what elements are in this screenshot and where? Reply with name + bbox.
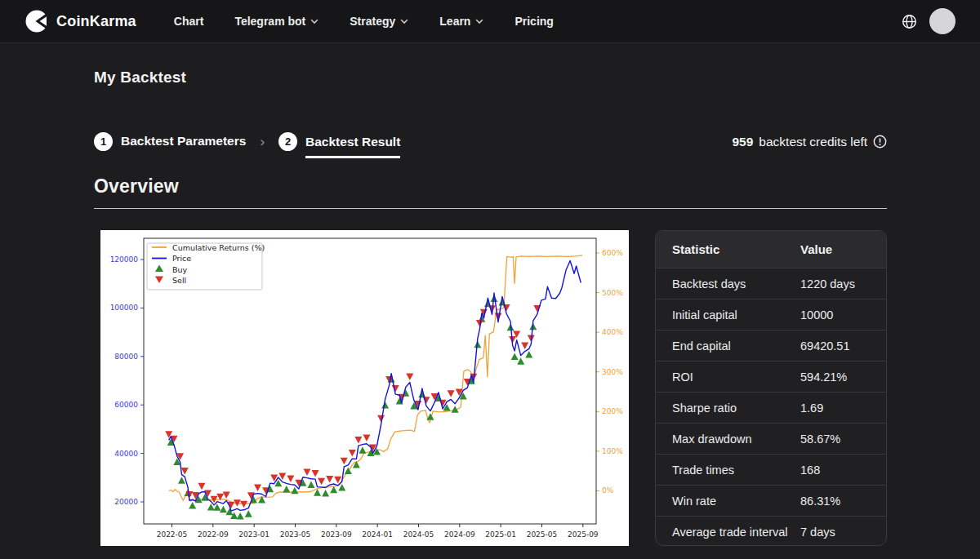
chevron-down-icon	[400, 19, 408, 24]
stats-row-sharpe-ratio: Sharpe ratio1.69	[656, 392, 886, 423]
stat-value: 594.21%	[800, 370, 886, 384]
brand[interactable]: CoinKarma	[24, 9, 136, 33]
y-axis-right-tick-label: 600%	[602, 249, 623, 257]
section-title-overview: Overview	[94, 175, 887, 197]
chevron-down-icon	[475, 19, 483, 24]
brand-name: CoinKarma	[56, 13, 136, 30]
stat-value: 58.67%	[800, 433, 886, 446]
y-axis-right-tick-label: 500%	[602, 289, 623, 297]
nav-link-pricing[interactable]: Pricing	[514, 15, 553, 28]
stats-header-value: Value	[800, 242, 886, 256]
stats-table-body: Backtest days1220 daysInitial capital100…	[656, 268, 886, 546]
stats-table-header: Statistic Value	[656, 231, 886, 268]
stats-header-statistic: Statistic	[656, 242, 800, 256]
stat-label: Backtest days	[656, 277, 800, 291]
y-axis-right-tick-label: 400%	[602, 328, 623, 336]
y-axis-left-tick-label: 60000	[114, 401, 138, 409]
chevron-down-icon	[310, 19, 318, 24]
stat-label: Initial capital	[656, 308, 800, 322]
nav-link-label: Learn	[439, 15, 470, 28]
stat-value: 86.31%	[800, 495, 886, 508]
nav-link-label: Chart	[174, 15, 204, 28]
nav-link-chart[interactable]: Chart	[174, 15, 204, 28]
step-backtest-parameters[interactable]: 1 Backtest Parameters	[94, 132, 246, 151]
stats-table: Statistic Value Backtest days1220 daysIn…	[655, 230, 887, 546]
stepper-row: 1 Backtest Parameters › 2 Backtest Resul…	[94, 132, 887, 151]
nav-link-strategy[interactable]: Strategy	[350, 15, 408, 28]
nav-link-telegram-bot[interactable]: Telegram bot	[234, 15, 318, 28]
stat-label: Average trade interval	[656, 526, 800, 539]
step-separator-chevron-icon: ›	[260, 134, 265, 150]
stats-row-average-trade-interval: Average trade interval7 days	[656, 516, 886, 546]
x-axis-tick-label: 2023-01	[238, 530, 270, 539]
y-axis-right-tick-label: 0%	[602, 486, 614, 495]
y-axis-left-tick-label: 80000	[114, 353, 138, 361]
stat-value: 7 days	[800, 526, 886, 539]
legend-label: Cumulative Returns (%)	[172, 243, 265, 252]
nav-link-learn[interactable]: Learn	[439, 15, 483, 28]
x-axis-tick-label: 2022-05	[157, 530, 188, 539]
x-axis-tick-label: 2024-01	[362, 530, 393, 539]
nav-link-label: Strategy	[350, 15, 395, 28]
x-axis-tick-label: 2024-09	[444, 530, 475, 539]
backtest-chart-svg: 2022-052022-092023-012023-052023-092024-…	[100, 230, 629, 546]
user-avatar[interactable]	[929, 8, 956, 34]
x-axis-tick-label: 2023-09	[321, 530, 352, 539]
y-axis-left-tick-label: 120000	[110, 255, 139, 264]
stat-value: 1.69	[800, 402, 886, 415]
navbar: CoinKarma ChartTelegram botStrategyLearn…	[0, 0, 980, 43]
stats-row-roi: ROI594.21%	[656, 361, 886, 392]
stats-row-initial-capital: Initial capital10000	[656, 299, 886, 330]
stats-row-backtest-days: Backtest days1220 days	[656, 268, 886, 299]
legend-label: Price	[172, 254, 191, 263]
language-globe-icon[interactable]	[902, 14, 917, 29]
nav-links: ChartTelegram botStrategyLearnPricing	[174, 15, 554, 28]
step-2-number: 2	[278, 132, 297, 151]
x-axis-tick-label: 2025-01	[485, 530, 516, 539]
stat-label: Win rate	[656, 495, 800, 508]
stat-label: Max drawdown	[656, 433, 800, 446]
credits-label: backtest credits left	[759, 135, 867, 149]
stat-value: 168	[800, 464, 886, 477]
overview-content: 2022-052022-092023-012023-052023-092024-…	[94, 230, 887, 546]
stats-row-trade-times: Trade times168	[656, 454, 886, 485]
nav-link-label: Pricing	[514, 15, 553, 28]
backtest-page: My Backtest 1 Backtest Parameters › 2 Ba…	[0, 69, 980, 546]
stat-label: Trade times	[656, 464, 800, 477]
stat-label: End capital	[656, 339, 800, 353]
step-1-number: 1	[94, 132, 113, 151]
x-axis-tick-label: 2025-05	[527, 530, 558, 539]
stat-value: 10000	[800, 308, 886, 322]
y-axis-right-tick-label: 200%	[602, 407, 623, 415]
stat-label: ROI	[656, 370, 800, 384]
navbar-right	[902, 8, 956, 34]
step-2-label: Backtest Result	[305, 135, 400, 158]
stat-value: 69420.51	[800, 339, 886, 353]
y-axis-left-tick-label: 20000	[114, 498, 138, 506]
section-divider	[94, 208, 887, 209]
page-title: My Backtest	[94, 69, 887, 87]
stats-row-max-drawdown: Max drawdown58.67%	[656, 423, 886, 454]
info-icon[interactable]	[873, 135, 887, 149]
credits-count: 959	[732, 135, 753, 149]
backtest-chart: 2022-052022-092023-012023-052023-092024-…	[100, 230, 629, 546]
x-axis-tick-label: 2025-09	[568, 530, 599, 539]
nav-link-label: Telegram bot	[234, 15, 305, 28]
y-axis-right-tick-label: 300%	[602, 368, 623, 376]
y-axis-left-tick-label: 100000	[110, 304, 139, 312]
x-axis-tick-label: 2024-05	[403, 530, 434, 539]
stat-value: 1220 days	[800, 277, 886, 291]
step-1-label: Backtest Parameters	[121, 134, 246, 150]
stats-row-end-capital: End capital69420.51	[656, 330, 886, 361]
stats-row-win-rate: Win rate86.31%	[656, 485, 886, 516]
y-axis-left-tick-label: 40000	[114, 450, 138, 458]
x-axis-tick-label: 2022-09	[198, 530, 229, 539]
stepper: 1 Backtest Parameters › 2 Backtest Resul…	[94, 132, 400, 151]
y-axis-right-tick-label: 100%	[602, 447, 623, 455]
legend-label: Buy	[172, 265, 188, 274]
stat-label: Sharpe ratio	[656, 402, 800, 415]
step-backtest-result[interactable]: 2 Backtest Result	[278, 132, 400, 151]
legend-label: Sell	[172, 276, 186, 285]
x-axis-tick-label: 2023-05	[280, 530, 311, 539]
coinkarma-logo-icon	[24, 9, 49, 33]
